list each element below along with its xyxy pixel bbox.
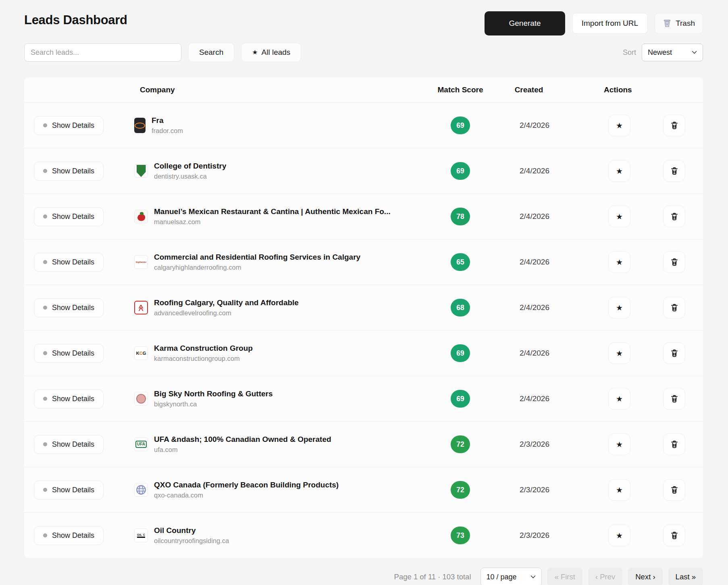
company-text: Oil Countryoilcountryroofingsiding.ca xyxy=(154,526,229,545)
all-leads-label: All leads xyxy=(262,48,291,57)
show-details-button[interactable]: Show Details xyxy=(34,481,104,500)
first-page-button[interactable]: « First xyxy=(547,568,582,585)
table-row: Show DetailsOIL COil Countryoilcountryro… xyxy=(24,513,703,558)
company-domain: karmaconstructiongroup.com xyxy=(154,355,253,362)
show-details-button[interactable]: Show Details xyxy=(34,207,104,226)
delete-row-button[interactable] xyxy=(663,342,685,364)
show-details-button[interactable]: Show Details xyxy=(34,253,104,272)
arrow-logo-icon: ≫ xyxy=(137,304,144,311)
cell-created-date: 2/4/2026 xyxy=(493,394,576,403)
trash-button[interactable]: Trash xyxy=(655,13,703,34)
search-input[interactable] xyxy=(24,43,181,62)
delete-row-button[interactable] xyxy=(663,525,685,546)
cell-actions: ★ xyxy=(576,160,703,182)
show-details-button[interactable]: Show Details xyxy=(34,298,104,317)
delete-row-button[interactable] xyxy=(663,206,685,227)
cell-show-details: Show Details xyxy=(24,526,134,545)
company-name: Big Sky North Roofing & Gutters xyxy=(154,389,273,398)
all-leads-filter-button[interactable]: ★ All leads xyxy=(241,43,301,62)
cell-actions: ★ xyxy=(576,479,703,501)
delete-row-button[interactable] xyxy=(663,388,685,410)
cell-match-score: 72 xyxy=(428,481,493,499)
company-favicon xyxy=(134,118,146,133)
cell-created-date: 2/4/2026 xyxy=(493,349,576,358)
company-text: College of Dentistrydentistry.usask.ca xyxy=(154,162,226,180)
trash-icon xyxy=(671,349,678,357)
table-row: Show DetailsFrafrador.com692/4/2026★ xyxy=(24,103,703,148)
cell-created-date: 2/4/2026 xyxy=(493,212,576,221)
delete-row-button[interactable] xyxy=(663,297,685,319)
cell-actions: ★ xyxy=(576,342,703,364)
trash-icon xyxy=(671,395,678,403)
round-logo-icon xyxy=(136,394,146,404)
show-details-button[interactable]: Show Details xyxy=(34,526,104,545)
cell-company: Manuel’s Mexican Restaurant & Cantina | … xyxy=(134,207,428,226)
generate-button[interactable]: Generate xyxy=(485,11,565,35)
match-score-badge: 69 xyxy=(451,390,470,408)
favorite-star-button[interactable]: ★ xyxy=(608,433,630,455)
favorite-star-button[interactable]: ★ xyxy=(608,342,630,364)
show-details-button[interactable]: Show Details xyxy=(34,344,104,363)
delete-row-button[interactable] xyxy=(663,251,685,273)
cell-actions: ★ xyxy=(576,297,703,319)
cell-created-date: 2/4/2026 xyxy=(493,303,576,312)
favorite-star-button[interactable]: ★ xyxy=(608,388,630,410)
company-favicon: HigHlander xyxy=(134,255,148,269)
show-details-button[interactable]: Show Details xyxy=(34,389,104,408)
import-from-url-button[interactable]: Import from URL xyxy=(572,13,648,34)
company-favicon: UFA xyxy=(134,437,148,451)
cell-match-score: 69 xyxy=(428,117,493,134)
favorite-star-button[interactable]: ★ xyxy=(608,479,630,501)
page-size-select[interactable]: 10 / page xyxy=(480,568,542,585)
top-actions: Generate Import from URL Trash xyxy=(485,11,703,35)
cell-created-date: 2/3/2026 xyxy=(493,485,576,494)
company-domain: bigskynorth.ca xyxy=(154,400,273,408)
match-score-badge: 73 xyxy=(451,527,470,544)
cell-company: Big Sky North Roofing & Guttersbigskynor… xyxy=(134,389,428,408)
favorite-star-button[interactable]: ★ xyxy=(608,160,630,182)
cell-actions: ★ xyxy=(576,206,703,227)
show-details-label: Show Details xyxy=(52,258,94,266)
company-domain: calgaryhighlanderroofing.com xyxy=(154,264,360,271)
cell-company: ≫Roofing Calgary, Quality and Affordable… xyxy=(134,298,428,317)
favorite-star-button[interactable]: ★ xyxy=(608,206,630,227)
next-page-button[interactable]: Next › xyxy=(628,568,662,585)
search-button[interactable]: Search xyxy=(188,43,234,62)
pagination-bar: Page 1 of 11 · 103 total 10 / page « Fir… xyxy=(0,568,703,585)
favorite-star-button[interactable]: ★ xyxy=(608,525,630,546)
favorite-star-button[interactable]: ★ xyxy=(608,251,630,273)
delete-row-button[interactable] xyxy=(663,433,685,455)
table-row: Show DetailsHigHlanderCommercial and Res… xyxy=(24,239,703,285)
company-domain: manuelsaz.com xyxy=(154,218,391,226)
delete-row-button[interactable] xyxy=(663,160,685,182)
show-details-button[interactable]: Show Details xyxy=(34,116,104,135)
favorite-star-button[interactable]: ★ xyxy=(608,115,630,136)
table-row: Show DetailsBig Sky North Roofing & Gutt… xyxy=(24,376,703,422)
match-score-badge: 65 xyxy=(451,253,470,271)
cell-company: HigHlanderCommercial and Residential Roo… xyxy=(134,253,428,271)
table-row: Show DetailsManuel’s Mexican Restaurant … xyxy=(24,194,703,239)
delete-row-button[interactable] xyxy=(663,115,685,136)
star-icon: ★ xyxy=(616,121,623,130)
leads-table: Company Match Score Created Actions Show… xyxy=(24,77,703,558)
chili-leaf-icon xyxy=(140,212,144,215)
trash-icon xyxy=(671,486,678,494)
match-score-badge: 68 xyxy=(451,299,470,316)
logo-letters: KCG xyxy=(136,351,146,356)
favorite-star-button[interactable]: ★ xyxy=(608,297,630,319)
cell-actions: ★ xyxy=(576,433,703,455)
prev-page-button[interactable]: ‹ Prev xyxy=(588,568,622,585)
column-header-company: Company xyxy=(134,85,428,94)
cell-show-details: Show Details xyxy=(24,481,134,500)
show-details-button[interactable]: Show Details xyxy=(34,435,104,454)
table-header: Company Match Score Created Actions xyxy=(24,77,703,103)
cell-created-date: 2/4/2026 xyxy=(493,167,576,175)
sort-select[interactable]: Newest xyxy=(642,44,703,61)
cell-show-details: Show Details xyxy=(24,116,134,135)
last-page-button[interactable]: Last » xyxy=(668,568,703,585)
trash-button-label: Trash xyxy=(676,19,695,28)
delete-row-button[interactable] xyxy=(663,479,685,501)
company-text: Karma Construction Groupkarmaconstructio… xyxy=(154,344,253,362)
show-details-button[interactable]: Show Details xyxy=(34,162,104,181)
show-details-label: Show Details xyxy=(52,440,94,449)
